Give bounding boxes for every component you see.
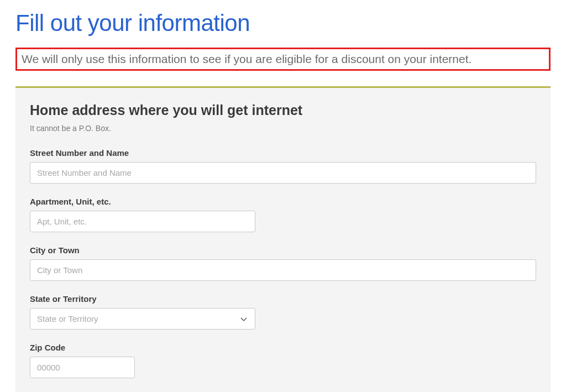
- state-select[interactable]: State or Territory: [30, 308, 255, 330]
- street-label: Street Number and Name: [30, 148, 536, 158]
- eligibility-note-text: We will only use this information to see…: [22, 53, 471, 65]
- city-input[interactable]: [30, 259, 536, 281]
- page-title: Fill out your information: [15, 10, 551, 36]
- eligibility-note-box: We will only use this information to see…: [15, 48, 551, 71]
- state-label: State or Territory: [30, 294, 536, 304]
- section-subtitle: It cannot be a P.O. Box.: [30, 124, 536, 133]
- street-input[interactable]: [30, 162, 536, 184]
- zip-field-group: Zip Code: [30, 343, 536, 378]
- state-field-group: State or Territory State or Territory: [30, 294, 536, 330]
- zip-label: Zip Code: [30, 343, 536, 352]
- apartment-input[interactable]: [30, 211, 255, 232]
- street-field-group: Street Number and Name: [30, 148, 536, 184]
- section-title: Home address where you will get internet: [30, 102, 536, 118]
- state-select-wrapper: State or Territory: [30, 308, 255, 330]
- address-form-container: Home address where you will get internet…: [15, 86, 551, 392]
- city-label: City or Town: [30, 245, 536, 255]
- zip-input[interactable]: [30, 357, 135, 378]
- apartment-label: Apartment, Unit, etc.: [30, 197, 536, 206]
- apartment-field-group: Apartment, Unit, etc.: [30, 197, 536, 232]
- city-field-group: City or Town: [30, 245, 536, 281]
